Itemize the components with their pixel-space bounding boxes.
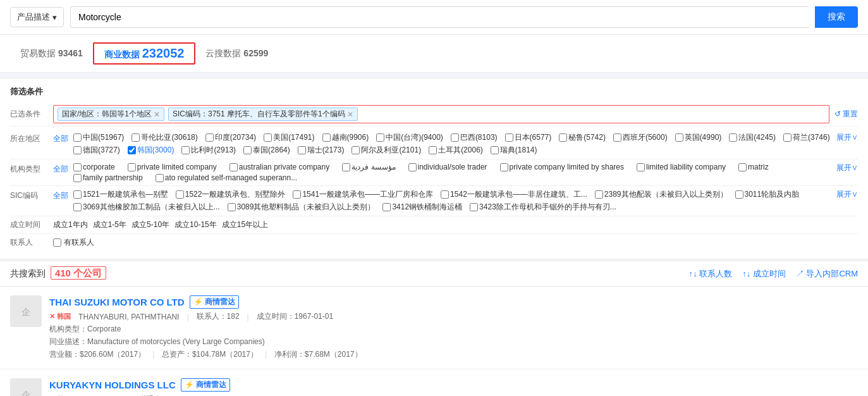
location-expand-btn[interactable]: 展开∨	[836, 132, 858, 143]
option-taiwan[interactable]: 中国(台湾)(9400)	[376, 132, 443, 143]
type-corporate[interactable]: corporate	[73, 163, 115, 171]
contact-filter-row: 联系人 有联系人	[10, 234, 858, 251]
sic-filter-tag[interactable]: SIC编码：3751 摩托车、自行车及零部件等1个编码 ✕	[168, 108, 358, 121]
sic-3412[interactable]: 3412钢铁桶制海运桶	[382, 202, 462, 213]
type-matriz[interactable]: matriz	[738, 163, 769, 171]
option-germany[interactable]: 德国(3727)	[73, 145, 120, 156]
type-expand-btn[interactable]: 展开∨	[836, 163, 858, 173]
type-australian[interactable]: australian private company	[229, 163, 329, 171]
option-algeria[interactable]: 阿尔及利亚(2101)	[351, 145, 421, 156]
type-family[interactable]: family partnership	[73, 173, 143, 182]
company-info-2: KURYAKYN HOLDINGS LLC ⚡ 商情雷达 ✕ 韩国 SOMERS…	[49, 378, 858, 396]
option-thailand[interactable]: 泰国(2864)	[243, 145, 290, 156]
type-arabic[interactable]: مؤسسة فردية	[342, 163, 395, 171]
year-option-5[interactable]: 成立15年以上	[222, 220, 268, 230]
sort-founded-btn[interactable]: ↑↓ 成立时间	[742, 268, 786, 280]
tab-trade[interactable]: 贸易数据 93461	[10, 46, 93, 62]
sic-1522[interactable]: 1522一般建筑承包、别墅除外	[176, 189, 286, 200]
company-location-1: THANYABURI, PATHMTHANI	[78, 312, 179, 321]
search-input[interactable]	[70, 6, 809, 28]
filter-section: 筛选条件 已选条件 国家/地区：韩国等1个地区 ✕ SIC编码：3751 摩托车…	[0, 78, 868, 259]
company-tag-1[interactable]: ⚡ 商情雷达	[190, 295, 239, 309]
option-india[interactable]: 印度(20734)	[205, 132, 256, 143]
sic-3069[interactable]: 3069其他橡胶加工制品（未被归入以上...	[73, 202, 220, 213]
sic-2389[interactable]: 2389其他配装（未被归入以上类别）	[595, 189, 728, 200]
option-china[interactable]: 中国(51967)	[73, 132, 124, 143]
results-prefix: 共搜索到	[10, 268, 46, 278]
sic-options: 1521一般建筑承包—别墅 1522一般建筑承包、别墅除外 1541一般建筑承包…	[73, 189, 831, 213]
svg-text:企: 企	[21, 307, 30, 317]
location-all-option[interactable]: 全部	[53, 132, 68, 144]
company-item-1: 企 THAI SUZUKI MOTOR CO LTD ⚡ 商情雷达 ✕ 韩国 T…	[0, 287, 868, 369]
year-option-2[interactable]: 成立1-5年	[93, 220, 126, 230]
active-filters-row: 已选条件 国家/地区：韩国等1个地区 ✕ SIC编码：3751 摩托车、自行车及…	[10, 102, 858, 127]
sic-1541[interactable]: 1541一般建筑承包——工业厂房和仓库	[293, 189, 433, 200]
company-item-2: 企 KURYAKYN HOLDINGS LLC ⚡ 商情雷达 ✕ 韩国 SOME…	[0, 369, 868, 396]
sic-3089[interactable]: 3089其他塑料制品（未被归入以上类别）	[228, 202, 376, 213]
search-bar: 产品描述 ▾ 搜索	[0, 0, 868, 35]
search-type-select[interactable]: 产品描述 ▾	[10, 7, 64, 27]
filter-title: 筛选条件	[10, 86, 858, 97]
import-crm-btn[interactable]: ↗ 导入内部CRM	[796, 268, 858, 280]
company-meta-1: ✕ 韩国 THANYABURI, PATHMTHANI | 联系人：182 | …	[49, 311, 858, 322]
option-uk[interactable]: 英国(4990)	[675, 132, 722, 143]
type-llc[interactable]: limited liability company	[637, 163, 726, 171]
tab-cloud[interactable]: 云搜数据 62599	[195, 46, 278, 62]
type-private-shares[interactable]: private company limited by shares	[500, 163, 624, 171]
tab-business[interactable]: 商业数据 232052	[93, 42, 196, 65]
active-tags-container: 国家/地区：韩国等1个地区 ✕ SIC编码：3751 摩托车、自行车及零部件等1…	[53, 105, 829, 123]
option-spain[interactable]: 西班牙(5600)	[613, 132, 668, 143]
year-filter-row: 成立时间 成立1年内 成立1-5年 成立5-10年 成立10-15年 成立15年…	[10, 216, 858, 234]
company-founded-1: 成立时间：1967-01-01	[257, 311, 333, 322]
reset-button[interactable]: ↺ 重置	[834, 109, 858, 120]
type-private-limited[interactable]: private limited company	[128, 163, 217, 171]
contact-filter-label: 联系人	[10, 237, 48, 248]
option-belgium[interactable]: 比利时(2913)	[181, 145, 236, 156]
sort-contacts-btn[interactable]: ↑↓ 联系人数	[689, 268, 733, 280]
type-ato[interactable]: ato regulated self-managed superann...	[156, 173, 297, 182]
year-option-1[interactable]: 成立1年内	[53, 220, 88, 230]
option-brazil[interactable]: 巴西(8103)	[451, 132, 498, 143]
region-filter-tag[interactable]: 国家/地区：韩国等1个地区 ✕	[58, 108, 164, 121]
sic-3423[interactable]: 3423除工作母机和手锯外的手持与有刃...	[470, 202, 616, 213]
type-filter-row: 机构类型 全部 corporate private limited compan…	[10, 159, 858, 186]
type-sole-trader[interactable]: individual/sole trader	[408, 163, 487, 171]
option-colombia[interactable]: 哥伦比亚(30618)	[131, 132, 197, 143]
option-vietnam[interactable]: 越南(9906)	[322, 132, 369, 143]
search-button[interactable]: 搜索	[815, 6, 858, 28]
close-icon[interactable]: ✕	[347, 110, 353, 119]
company-avatar-1: 企	[13, 299, 39, 324]
year-option-3[interactable]: 成立5-10年	[131, 220, 169, 230]
sic-3011[interactable]: 3011轮胎及内胎	[735, 189, 800, 200]
company-title-1[interactable]: THAI SUZUKI MOTOR CO LTD	[49, 297, 185, 307]
option-usa[interactable]: 美国(17491)	[264, 132, 314, 143]
option-korea[interactable]: 韩国(3000)	[128, 145, 174, 156]
company-name-1: THAI SUZUKI MOTOR CO LTD ⚡ 商情雷达	[49, 295, 858, 309]
option-netherlands[interactable]: 荷兰(3746)	[783, 132, 830, 143]
option-switzerland[interactable]: 瑞士(2173)	[298, 145, 345, 156]
sic-1521[interactable]: 1521一般建筑承包—别墅	[73, 189, 168, 200]
year-option-4[interactable]: 成立10-15年	[174, 220, 217, 230]
close-icon[interactable]: ✕	[154, 110, 160, 119]
company-tag-2[interactable]: ⚡ 商情雷达	[181, 378, 230, 392]
type-filter-label: 机构类型	[10, 163, 48, 175]
option-sweden[interactable]: 瑞典(1814)	[491, 145, 537, 156]
company-contacts-1: 联系人：182	[197, 311, 240, 322]
tab-trade-count: 93461	[58, 48, 83, 58]
company-flag-1: ✕ 韩国	[49, 312, 71, 321]
option-france[interactable]: 法国(4245)	[729, 132, 776, 143]
company-title-2[interactable]: KURYAKYN HOLDINGS LLC	[49, 380, 176, 390]
year-filter-label: 成立时间	[10, 220, 48, 230]
sic-all-option[interactable]: 全部	[53, 189, 68, 201]
type-all-option[interactable]: 全部	[53, 163, 68, 175]
has-contact-checkbox[interactable]: 有联系人	[53, 237, 94, 248]
option-peru[interactable]: 秘鲁(5742)	[559, 132, 606, 143]
company-desc-1: 同业描述：Manufacture of motorcycles (Very La…	[49, 337, 858, 347]
type-options: corporate private limited company austra…	[73, 163, 831, 182]
option-turkey[interactable]: 土耳其(2006)	[429, 145, 483, 156]
sic-expand-btn[interactable]: 展开∨	[836, 189, 858, 200]
location-options: 中国(51967) 哥伦比亚(30618) 印度(20734) 美国(17491…	[73, 132, 831, 156]
location-filter-label: 所在地区	[10, 132, 48, 144]
option-japan[interactable]: 日本(6577)	[505, 132, 552, 143]
sic-1542[interactable]: 1542一般建筑承包——非居住建筑、工...	[441, 189, 587, 200]
